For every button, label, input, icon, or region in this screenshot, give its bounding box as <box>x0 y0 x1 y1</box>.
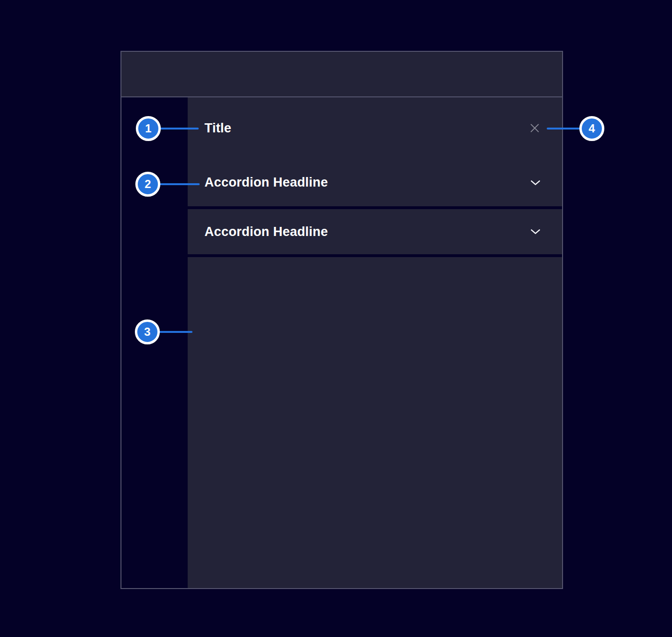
accordion-headline: Accordion Headline <box>204 175 328 190</box>
annotation-number: 1 <box>145 123 151 134</box>
annotation-marker-3: 3 <box>135 319 160 344</box>
annotated-ui-screenshot: Title Accordion Headline Accordio <box>0 0 672 637</box>
annotation-line-4 <box>547 128 580 130</box>
annotation-marker-4: 4 <box>579 116 604 141</box>
close-icon <box>528 122 541 134</box>
accordion-section-2: Accordion Headline <box>188 209 562 254</box>
drawer-title: Title <box>204 121 231 136</box>
accordion-headline: Accordion Headline <box>204 224 328 239</box>
page-top-bar <box>121 52 562 97</box>
annotation-line-1 <box>159 128 199 130</box>
chevron-down-icon <box>530 179 541 186</box>
annotation-marker-2: 2 <box>135 172 160 197</box>
accordion-header-1[interactable]: Accordion Headline <box>188 159 562 206</box>
drawer-title-row: Title <box>188 97 562 159</box>
annotation-number: 2 <box>144 178 151 190</box>
annotation-line-2 <box>159 183 200 185</box>
annotation-line-3 <box>158 331 192 333</box>
close-button[interactable] <box>528 121 542 135</box>
annotation-number: 4 <box>588 123 595 134</box>
accordion-header-2[interactable]: Accordion Headline <box>188 209 562 254</box>
drawer-body <box>188 257 562 588</box>
component-frame: Title Accordion Headline Accordio <box>120 51 563 589</box>
annotation-number: 3 <box>144 326 150 338</box>
annotation-marker-1: 1 <box>136 116 161 141</box>
drawer-header-section: Title Accordion Headline <box>188 97 562 206</box>
chevron-down-icon <box>530 229 541 235</box>
